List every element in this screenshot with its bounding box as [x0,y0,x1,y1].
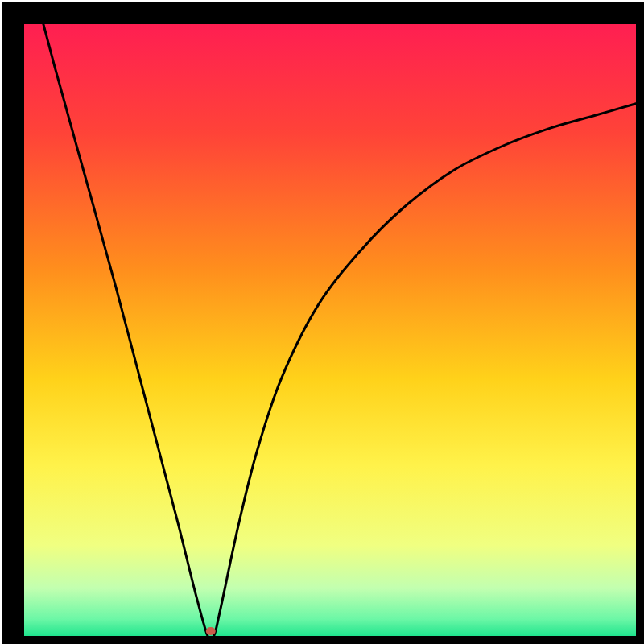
chart-container: TheBottleneck.com [0,0,644,644]
plot-background [23,23,638,638]
bottleneck-plot [0,0,644,644]
optimum-marker [206,627,216,635]
